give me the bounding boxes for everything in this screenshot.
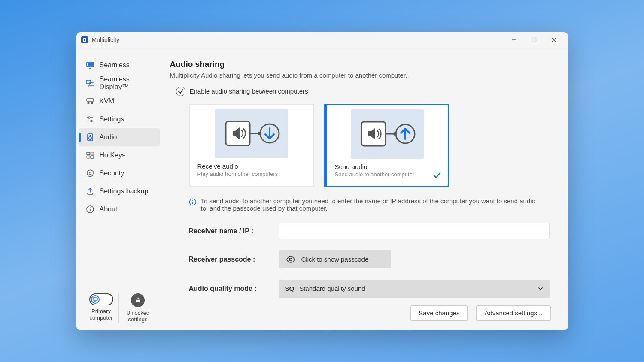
svg-rect-2 (84, 39, 85, 41)
quality-value: Standard quality sound (299, 285, 365, 292)
displays-icon: + (86, 79, 94, 87)
audio-quality-select[interactable]: SQ Standard quality sound (279, 280, 550, 298)
send-audio-illustration (351, 109, 424, 159)
primary-label-2: computer (89, 314, 112, 321)
unlocked-label-1: Unlocked (126, 310, 149, 316)
svg-point-22 (89, 135, 90, 136)
card-send-title: Send audio (335, 163, 448, 170)
sidebar-item-label: Seamless (100, 61, 130, 69)
primary-label-1: Primary (91, 308, 111, 314)
sidebar-item-label: KVM (100, 97, 115, 105)
svg-rect-25 (87, 156, 90, 158)
svg-text:+: + (88, 84, 90, 87)
info-text: To send audio to another computer you ne… (201, 197, 537, 212)
receive-audio-illustration (215, 109, 288, 158)
enable-audio-sharing-label: Enable audio sharing between computers (190, 87, 308, 95)
lock-icon (134, 297, 141, 304)
eye-icon (286, 255, 295, 264)
monitor-icon (86, 61, 94, 69)
card-send-audio[interactable]: Send audio Send audio to another compute… (324, 104, 449, 187)
card-send-desc: Send audio to another computer (335, 171, 448, 178)
quality-prefix: SQ (285, 285, 295, 292)
app-window: Multiplicity Seamless + Seamless Display… (76, 32, 568, 330)
close-button[interactable] (544, 32, 564, 48)
advanced-settings-button[interactable]: Advanced settings... (476, 305, 550, 321)
svg-point-15 (91, 102, 93, 104)
enable-audio-sharing-row[interactable]: Enable audio sharing between computers (176, 87, 551, 96)
kvm-icon (86, 97, 94, 106)
sidebar-item-label: Seamless Display™ (100, 75, 156, 91)
svg-point-45 (289, 258, 292, 261)
window-title: Multiplicity (92, 36, 120, 43)
maximize-button[interactable] (524, 32, 544, 48)
speaker-icon (86, 133, 94, 142)
svg-rect-31 (93, 298, 97, 300)
svg-rect-8 (88, 63, 93, 66)
audio-quality-label: Audio quality mode : (189, 285, 279, 293)
svg-rect-23 (87, 152, 90, 155)
svg-point-21 (88, 136, 91, 139)
sidebar-item-seamless-display[interactable]: + Seamless Display™ (76, 74, 162, 92)
unlocked-label-2: settings (128, 316, 148, 323)
page-title: Audio sharing (170, 60, 551, 69)
check-icon (432, 170, 442, 180)
svg-point-17 (88, 117, 90, 118)
chevron-down-icon (538, 286, 544, 292)
sidebar: Seamless + Seamless Display™ KVM Setting… (76, 48, 162, 330)
info-icon (86, 205, 94, 214)
sliders-icon (86, 115, 94, 124)
minimize-button[interactable] (504, 32, 524, 48)
primary-computer-toggle[interactable] (89, 293, 113, 305)
svg-point-14 (88, 102, 89, 104)
sidebar-item-settings[interactable]: Settings (76, 110, 162, 128)
sidebar-item-seamless[interactable]: Seamless (76, 56, 162, 74)
keyboard-icon (86, 151, 94, 160)
sidebar-item-kvm[interactable]: KVM (76, 92, 162, 110)
svg-point-29 (90, 207, 91, 208)
save-button[interactable]: Save changes (410, 305, 468, 321)
sidebar-item-label: Settings (100, 115, 125, 123)
monitor-knob-icon (91, 295, 100, 304)
titlebar: Multiplicity (76, 32, 568, 48)
svg-rect-26 (91, 156, 94, 158)
sidebar-item-audio[interactable]: Audio (79, 128, 160, 146)
page-subtitle: Multiplicity Audio sharing lets you send… (170, 72, 551, 79)
sidebar-item-hotkeys[interactable]: HotKeys (76, 146, 162, 164)
sidebar-item-label: Audio (100, 133, 117, 141)
card-receive-desc: Play audio from other computers (197, 171, 313, 177)
sidebar-item-label: Settings backup (100, 187, 149, 195)
svg-point-19 (91, 120, 92, 122)
info-icon (189, 198, 197, 212)
sidebar-item-label: Security (100, 169, 125, 177)
sidebar-item-settings-backup[interactable]: Settings backup (76, 182, 162, 200)
sidebar-item-about[interactable]: About (76, 200, 162, 218)
info-text-row: To send audio to another computer you ne… (189, 197, 537, 212)
show-passcode-label: Click to show passcode (301, 256, 369, 263)
sidebar-item-label: About (100, 205, 118, 213)
sidebar-item-label: HotKeys (100, 151, 125, 159)
sidebar-item-security[interactable]: Security (76, 164, 162, 182)
svg-rect-4 (532, 38, 536, 42)
svg-point-27 (89, 172, 91, 174)
card-receive-title: Receive audio (197, 163, 313, 170)
app-icon (81, 36, 88, 44)
receiver-name-input[interactable] (279, 223, 550, 239)
svg-rect-33 (136, 300, 140, 302)
svg-point-43 (192, 200, 193, 201)
svg-rect-24 (91, 152, 94, 155)
shield-icon (86, 169, 94, 178)
main-panel: Audio sharing Multiplicity Audio sharing… (162, 48, 568, 330)
sidebar-bottom: Primary computer Unlocked settings (76, 287, 162, 330)
checkbox-checked-icon (176, 87, 185, 96)
svg-rect-13 (87, 99, 94, 101)
upload-icon (86, 187, 94, 196)
card-receive-audio[interactable]: Receive audio Play audio from other comp… (189, 104, 314, 187)
receiver-passcode-label: Receiver passcode : (189, 256, 279, 263)
receiver-name-label: Receiver name / IP : (189, 227, 279, 235)
lock-settings-button[interactable] (131, 293, 145, 307)
show-passcode-button[interactable]: Click to show passcode (279, 250, 391, 268)
